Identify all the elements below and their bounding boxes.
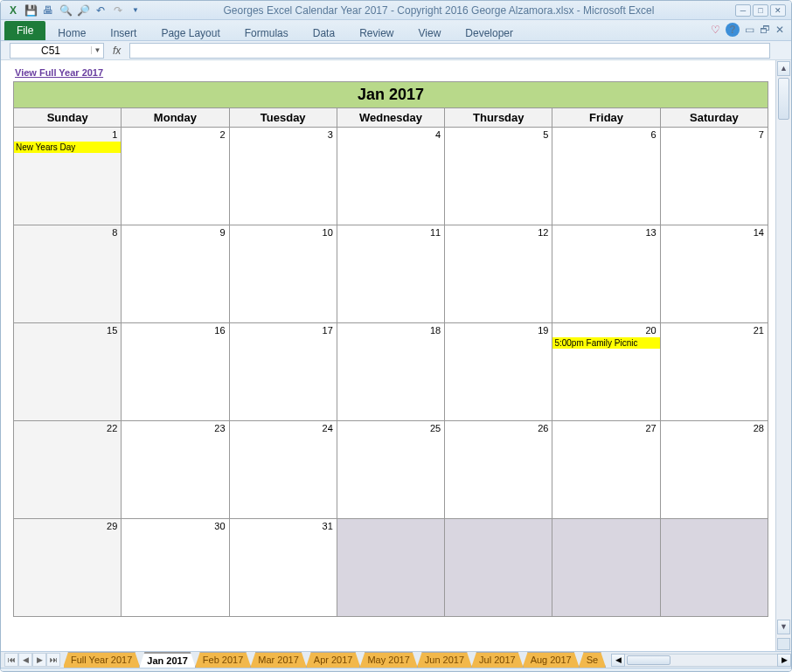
calendar-cell[interactable]: 6: [552, 128, 660, 225]
hscroll-track[interactable]: [625, 654, 777, 667]
calendar-cell[interactable]: 29: [13, 519, 122, 617]
calendar-cell[interactable]: 28: [661, 421, 768, 519]
tab-prev-icon[interactable]: ◀: [18, 653, 32, 667]
ribbon-tab-formulas[interactable]: Formulas: [233, 24, 301, 43]
find-icon[interactable]: 🔎: [76, 3, 90, 17]
help-icon[interactable]: ?: [726, 23, 740, 37]
calendar-cell[interactable]: 25: [337, 421, 445, 519]
calendar-cell[interactable]: 21: [661, 323, 768, 421]
calendar-cell[interactable]: 22: [13, 421, 122, 519]
qat-dropdown-icon[interactable]: ▼: [129, 3, 142, 17]
name-box-value[interactable]: C51: [10, 45, 91, 57]
sheet-tab[interactable]: Jul 2017: [471, 652, 524, 668]
ribbon-tabs: File HomeInsertPage LayoutFormulasDataRe…: [1, 20, 791, 41]
calendar-cell[interactable]: 11: [337, 225, 445, 323]
calendar-cell[interactable]: 12: [445, 225, 552, 323]
fx-label[interactable]: fx: [109, 45, 124, 57]
calendar-cell[interactable]: 15: [13, 323, 122, 421]
sheet-tab[interactable]: Mar 2017: [250, 652, 306, 668]
calendar-cell[interactable]: 31: [230, 519, 337, 617]
calendar-cell[interactable]: [661, 519, 768, 617]
undo-icon[interactable]: ↶: [94, 3, 108, 17]
vertical-scrollbar[interactable]: ▲ ▼: [775, 60, 791, 651]
ribbon-tab-data[interactable]: Data: [301, 24, 347, 43]
day-number: 21: [754, 325, 764, 336]
hscroll-right-icon[interactable]: ▶: [777, 654, 791, 667]
calendar-cell[interactable]: 7: [661, 128, 768, 225]
calendar-cell[interactable]: 27: [552, 421, 660, 519]
calendar-cell[interactable]: 16: [122, 323, 229, 421]
ribbon-tab-insert[interactable]: Insert: [98, 24, 149, 43]
sheet-tab[interactable]: Aug 2017: [523, 652, 580, 668]
formula-input[interactable]: [129, 43, 770, 59]
calendar-cell[interactable]: 5: [445, 128, 552, 225]
horizontal-scrollbar[interactable]: ◀ ▶: [611, 654, 791, 667]
ribbon-tab-review[interactable]: Review: [347, 24, 406, 43]
calendar-cell[interactable]: 13: [552, 225, 660, 323]
calendar-cell[interactable]: 10: [230, 225, 337, 323]
worksheet-area: View Full Year 2017 Jan 2017 SundayMonda…: [1, 60, 791, 651]
calendar-cell[interactable]: 23: [122, 421, 229, 519]
calendar-cell[interactable]: 2: [122, 128, 229, 225]
maximize-button[interactable]: □: [753, 4, 768, 17]
sheet-tab[interactable]: Jan 2017: [139, 652, 195, 668]
calendar-cell[interactable]: [337, 519, 445, 617]
ribbon-tab-developer[interactable]: Developer: [453, 24, 525, 43]
calendar-cell[interactable]: 18: [337, 323, 445, 421]
ribbon-heart-icon[interactable]: ♡: [711, 24, 720, 36]
calendar-cell[interactable]: [552, 519, 660, 617]
calendar-cell[interactable]: 17: [230, 323, 337, 421]
calendar-event[interactable]: 5:00pm Family Picnic: [552, 337, 659, 349]
calendar-cell[interactable]: 205:00pm Family Picnic: [552, 323, 660, 421]
tab-next-icon[interactable]: ▶: [32, 653, 46, 667]
sheet-tab[interactable]: Feb 2017: [195, 652, 251, 668]
calendar-cell[interactable]: 1New Years Day: [13, 128, 122, 225]
redo-icon[interactable]: ↷: [111, 3, 125, 17]
close-button[interactable]: ✕: [770, 4, 786, 17]
print-icon[interactable]: 🖶: [41, 3, 55, 17]
name-box[interactable]: C51 ▼: [10, 43, 104, 59]
calendar-event[interactable]: New Years Day: [14, 142, 121, 153]
calendar-cell[interactable]: 4: [337, 128, 445, 225]
scroll-down-icon[interactable]: ▼: [777, 620, 790, 634]
split-handle[interactable]: [777, 638, 790, 650]
ribbon-tab-view[interactable]: View: [406, 24, 454, 43]
scroll-up-icon[interactable]: ▲: [777, 61, 790, 76]
calendar-cell[interactable]: 26: [445, 421, 552, 519]
ribbon-tab-page-layout[interactable]: Page Layout: [149, 24, 232, 43]
calendar-cell[interactable]: 30: [122, 519, 229, 617]
calendar-cell[interactable]: 8: [13, 225, 122, 323]
calendar-cell[interactable]: 3: [230, 128, 337, 225]
tab-first-icon[interactable]: ⏮: [4, 653, 18, 667]
day-number: 18: [430, 325, 441, 336]
scroll-thumb[interactable]: [778, 78, 789, 120]
calendar-cell[interactable]: [445, 519, 552, 617]
preview-icon[interactable]: 🔍: [59, 3, 73, 17]
sheet-tab[interactable]: Apr 2017: [306, 652, 361, 668]
calendar-week: 1516171819205:00pm Family Picnic21: [13, 323, 768, 421]
save-icon[interactable]: 💾: [24, 3, 38, 17]
tab-last-icon[interactable]: ⏭: [46, 653, 60, 667]
file-tab[interactable]: File: [4, 21, 45, 40]
sheet-tab[interactable]: May 2017: [359, 652, 417, 668]
excel-icon: X: [6, 3, 20, 17]
sheet-tab[interactable]: Se: [579, 652, 606, 668]
calendar-cell[interactable]: 14: [661, 225, 768, 323]
ribbon-minimize-icon[interactable]: ▭: [745, 24, 754, 36]
name-box-dropdown-icon[interactable]: ▼: [91, 46, 103, 54]
calendar-cell[interactable]: 19: [445, 323, 552, 421]
sheet-tab[interactable]: Jun 2017: [417, 652, 472, 668]
ribbon-tab-home[interactable]: Home: [45, 24, 98, 43]
sheet-tab[interactable]: Full Year 2017: [64, 652, 140, 668]
calendar-cell[interactable]: 9: [122, 225, 229, 323]
day-header: Sunday: [13, 107, 122, 128]
day-number: 6: [651, 129, 657, 140]
calendar-cell[interactable]: 24: [230, 421, 337, 519]
minimize-button[interactable]: ─: [735, 4, 751, 17]
ribbon-close-icon[interactable]: ✕: [775, 24, 784, 36]
ribbon-restore-icon[interactable]: 🗗: [760, 24, 770, 36]
day-number: 26: [538, 423, 548, 433]
hscroll-left-icon[interactable]: ◀: [611, 654, 625, 667]
view-full-year-link[interactable]: View Full Year 2017: [13, 66, 103, 81]
hscroll-thumb[interactable]: [627, 655, 670, 665]
